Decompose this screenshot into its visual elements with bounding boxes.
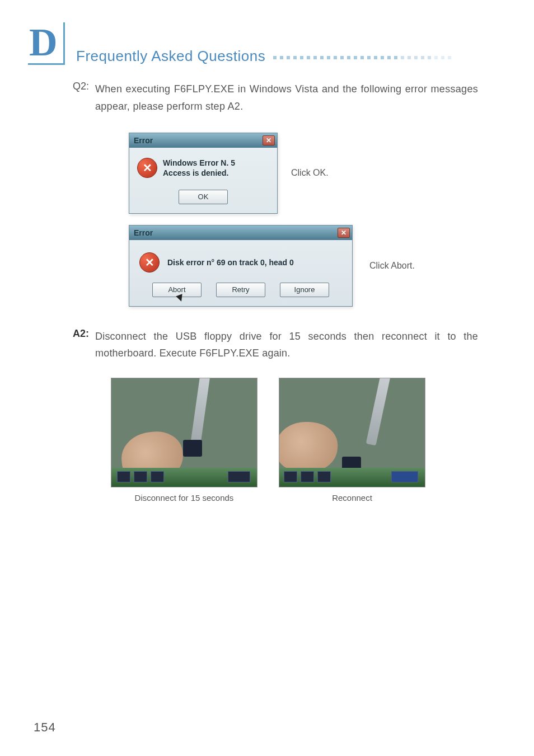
- close-icon[interactable]: ✕: [263, 135, 275, 145]
- error-icon: ✕: [139, 252, 160, 273]
- dialog1-body: ✕ Windows Error N. 5 Access is denied.: [129, 148, 277, 184]
- a2-text: Disconnect the USB floppy drive for 15 s…: [95, 328, 478, 362]
- ok-button[interactable]: OK: [179, 190, 228, 204]
- content-body: Q2: When executing F6FLPY.EXE in Windows…: [28, 81, 500, 503]
- answer-2: A2: Disconnect the USB floppy drive for …: [73, 328, 478, 362]
- a2-label: A2:: [73, 328, 95, 362]
- photo-reconnect-block: Reconnect: [279, 378, 425, 503]
- ignore-button[interactable]: Ignore: [280, 283, 329, 297]
- error-dialog-2-wrapper: Error ✕ ✕ Disk error n° 69 on track 0, h…: [129, 225, 478, 307]
- dialog2-titlebar: Error ✕: [129, 226, 352, 240]
- photo-reconnect-caption: Reconnect: [279, 493, 425, 503]
- dialog1-caption: Click OK.: [291, 168, 329, 178]
- dialog1-message: Windows Error N. 5 Access is denied.: [163, 158, 235, 178]
- question-2: Q2: When executing F6FLPY.EXE in Windows…: [73, 81, 478, 115]
- dialog1-footer: OK: [129, 184, 277, 213]
- abort-button[interactable]: Abort: [152, 283, 202, 297]
- page: D Frequently Asked Questions Q2: When ex…: [0, 0, 534, 756]
- dialog1-message-line2: Access is denied.: [163, 168, 235, 178]
- error-dialog-1: Error ✕ ✕ Windows Error N. 5 Access is d…: [129, 133, 278, 213]
- retry-button[interactable]: Retry: [216, 283, 265, 297]
- dialog2-caption: Click Abort.: [369, 261, 415, 271]
- section-title: Frequently Asked Questions: [76, 48, 265, 65]
- photo-reconnect: [279, 378, 425, 487]
- photo-disconnect-block: Disconnect for 15 seconds: [111, 378, 257, 503]
- dialog2-title: Error: [134, 228, 153, 237]
- close-icon[interactable]: ✕: [338, 228, 350, 238]
- photo-disconnect: [111, 378, 257, 487]
- error-dialog-2: Error ✕ ✕ Disk error n° 69 on track 0, h…: [129, 225, 353, 307]
- appendix-letter-box: D: [28, 22, 65, 65]
- q2-label: Q2:: [73, 81, 95, 115]
- dialog2-footer: Abort Retry Ignore: [129, 278, 352, 306]
- decorative-dots: [273, 56, 451, 59]
- q2-text: When executing F6FLPY.EXE in Windows Vis…: [95, 81, 478, 115]
- dialog1-message-line1: Windows Error N. 5: [163, 158, 235, 168]
- appendix-header: D Frequently Asked Questions: [28, 22, 500, 65]
- photo-row: Disconnect for 15 seconds Reconnect: [111, 378, 478, 503]
- appendix-letter: D: [29, 22, 58, 63]
- dialog1-titlebar: Error ✕: [129, 133, 277, 148]
- dialog2-body: ✕ Disk error n° 69 on track 0, head 0: [129, 240, 352, 278]
- page-number: 154: [34, 720, 56, 735]
- dialog1-title: Error: [134, 136, 153, 145]
- dialog2-message: Disk error n° 69 on track 0, head 0: [167, 258, 294, 267]
- error-dialog-1-wrapper: Error ✕ ✕ Windows Error N. 5 Access is d…: [129, 133, 478, 213]
- error-icon: ✕: [137, 158, 157, 178]
- photo-disconnect-caption: Disconnect for 15 seconds: [111, 493, 257, 503]
